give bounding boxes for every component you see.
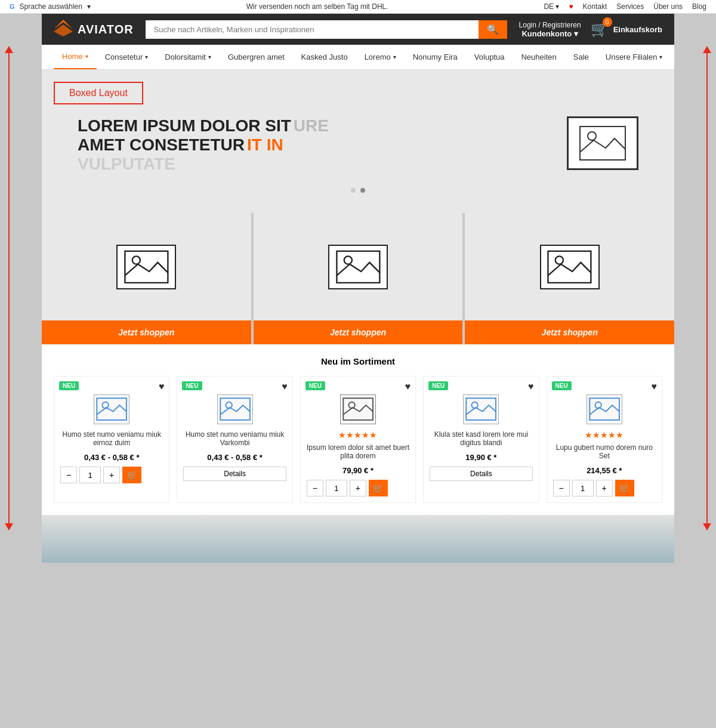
- hero-title-bold-2: AMET CONSETETUR: [78, 135, 245, 155]
- hero-title-line2: AMET CONSETETUR IT IN: [78, 135, 567, 155]
- logo-text: AVIATOR: [78, 23, 134, 36]
- search-button[interactable]: 🔍: [479, 20, 507, 39]
- nav-item-home[interactable]: Home▾: [54, 45, 97, 69]
- product-card-5: NEU ♥ ★★★★★ Lupu gubert numo dorem nuro …: [547, 376, 662, 503]
- header-right: Login / Registrieren Kundenkonto ▾ 🛒 0 E…: [519, 21, 662, 38]
- increase-qty-1[interactable]: +: [103, 467, 120, 483]
- product-card-2: NEU ♥ Humo stet numo veniamu miuk Varkom…: [177, 376, 292, 503]
- arrow-down-icon-right: [703, 523, 711, 530]
- product-card-1: NEU ♥ Humo stet numo veniamu miuk eirnoz…: [54, 376, 169, 503]
- top-bar: G Sprache auswählen ▾ Wir versenden noch…: [0, 0, 716, 14]
- product-name-3: Ipsum lorem dolor sit amet buert plita d…: [307, 443, 409, 462]
- wishlist-button-3[interactable]: ♥: [405, 381, 411, 392]
- shop-now-button-1[interactable]: Jetzt shoppen: [42, 320, 251, 344]
- nav-item-nonumy[interactable]: Nonumy Eira: [405, 45, 466, 69]
- cart-area[interactable]: 🛒 0 Einkaufskorb: [591, 21, 662, 38]
- increase-qty-5[interactable]: +: [596, 480, 613, 496]
- main-container: AVIATOR 🔍 Login / Registrieren Kundenkon…: [42, 14, 674, 563]
- google-logo: G: [10, 3, 15, 10]
- category-cards: Jetzt shoppen Jetzt shoppen: [42, 213, 674, 344]
- add-to-cart-5[interactable]: 🛒: [615, 480, 634, 496]
- add-to-cart-3[interactable]: 🛒: [369, 480, 388, 496]
- decrease-qty-3[interactable]: −: [307, 480, 323, 496]
- boxed-layout-button[interactable]: Boxed Layout: [54, 82, 143, 104]
- kontakt-link[interactable]: Kontakt: [583, 2, 607, 11]
- translate-label[interactable]: Sprache auswählen: [20, 2, 82, 11]
- hero-content: LOREM IPSUM DOLOR SIT URE AMET CONSETETU…: [54, 116, 662, 174]
- product-name-4: Klula stet kasd lorem lore mui digitus b…: [430, 430, 532, 449]
- wishlist-button-5[interactable]: ♥: [651, 381, 657, 392]
- search-bar: 🔍: [146, 20, 507, 39]
- product-price-4: 19,90 € *: [430, 453, 532, 462]
- product-badge-3: NEU: [305, 381, 325, 390]
- nav-item-neuheiten[interactable]: Neuheiten: [513, 45, 564, 69]
- svg-point-17: [472, 402, 478, 408]
- wishlist-button-4[interactable]: ♥: [528, 381, 534, 392]
- qty-input-5[interactable]: [572, 480, 594, 496]
- decrease-qty-5[interactable]: −: [553, 480, 570, 496]
- product-badge-1: NEU: [59, 381, 79, 390]
- nav-item-sale[interactable]: Sale: [565, 45, 597, 69]
- details-button-4[interactable]: Details: [430, 467, 532, 481]
- qty-input-3[interactable]: [326, 480, 347, 496]
- product-name-1: Humo stet numo veniamu miuk eirnoz duim: [60, 430, 163, 449]
- details-button-2[interactable]: Details: [183, 467, 286, 481]
- decrease-qty-1[interactable]: −: [60, 467, 77, 483]
- product-stars-5: ★★★★★: [553, 430, 656, 440]
- qty-input-1[interactable]: [79, 467, 101, 483]
- nav-item-voluptua[interactable]: Voluptua: [466, 45, 513, 69]
- lang-selector[interactable]: DE ▾: [544, 2, 559, 11]
- hero-section: Boxed Layout LOREM IPSUM DOLOR SIT URE A…: [42, 70, 674, 213]
- nav-right: Unsere Filialen▾: [597, 45, 671, 69]
- nav-item-consetetur[interactable]: Consetetur▾: [97, 45, 157, 69]
- blog-link[interactable]: Blog: [692, 2, 706, 11]
- cat-card-img-1: [42, 213, 251, 320]
- heart-icon[interactable]: ♥: [569, 2, 573, 11]
- arrow-shaft-right: [706, 53, 708, 523]
- svg-point-3: [588, 132, 596, 140]
- product-actions-4: Details: [430, 467, 532, 481]
- logo-icon: [54, 20, 73, 39]
- hero-image-placeholder: [567, 116, 638, 170]
- login-area[interactable]: Login / Registrieren Kundenkonto ▾: [519, 21, 581, 38]
- chevron-down-icon: ▾: [393, 54, 396, 60]
- arrow-up-icon-right: [703, 46, 711, 53]
- cat-image-placeholder-1: [116, 245, 176, 289]
- nav-item-gubergren[interactable]: Gubergren amet: [220, 45, 293, 69]
- nav-item-kasked[interactable]: Kasked Justo: [293, 45, 356, 69]
- increase-qty-3[interactable]: +: [350, 480, 366, 496]
- product-stars-3: ★★★★★: [307, 430, 409, 440]
- product-actions-3: − + 🛒: [307, 480, 409, 496]
- svg-point-11: [103, 402, 109, 408]
- category-card-1: Jetzt shoppen: [42, 213, 251, 344]
- add-to-cart-1[interactable]: 🛒: [122, 467, 141, 483]
- services-link[interactable]: Services: [616, 2, 644, 11]
- dot-1[interactable]: [351, 188, 356, 193]
- product-badge-5: NEU: [552, 381, 572, 390]
- product-name-5: Lupu gubert numo dorem nuro Set: [553, 443, 656, 462]
- login-bottom: Kundenkonto ▾: [519, 29, 581, 38]
- main-nav: Home▾ Consetetur▾ Dolorsitamit▾ Gubergre…: [42, 45, 674, 70]
- nav-item-dolorsitamit[interactable]: Dolorsitamit▾: [156, 45, 220, 69]
- chevron-down-icon: ▾: [659, 54, 662, 60]
- wishlist-button-1[interactable]: ♥: [159, 381, 165, 392]
- dot-2[interactable]: [360, 188, 365, 193]
- product-actions-2: Details: [183, 467, 286, 481]
- product-actions-1: − + 🛒: [60, 467, 163, 483]
- ueber-uns-link[interactable]: Über uns: [653, 2, 683, 11]
- search-input[interactable]: [146, 20, 479, 39]
- nav-item-filialen[interactable]: Unsere Filialen▾: [597, 45, 671, 69]
- left-arrow: [5, 46, 13, 530]
- svg-point-15: [348, 402, 354, 408]
- nav-item-loremo[interactable]: Loremo▾: [356, 45, 405, 69]
- shop-now-button-2[interactable]: Jetzt shoppen: [254, 320, 463, 344]
- logo[interactable]: AVIATOR: [54, 20, 134, 39]
- products-grid: NEU ♥ Humo stet numo veniamu miuk eirnoz…: [54, 376, 662, 503]
- wishlist-button-2[interactable]: ♥: [282, 381, 288, 392]
- shop-now-button-3[interactable]: Jetzt shoppen: [465, 320, 674, 344]
- svg-point-13: [226, 402, 232, 408]
- svg-rect-12: [220, 399, 250, 421]
- cat-image-placeholder-3: [540, 245, 600, 289]
- product-price-2: 0,43 € - 0,58 € *: [183, 453, 286, 462]
- product-actions-5: − + 🛒: [553, 480, 656, 496]
